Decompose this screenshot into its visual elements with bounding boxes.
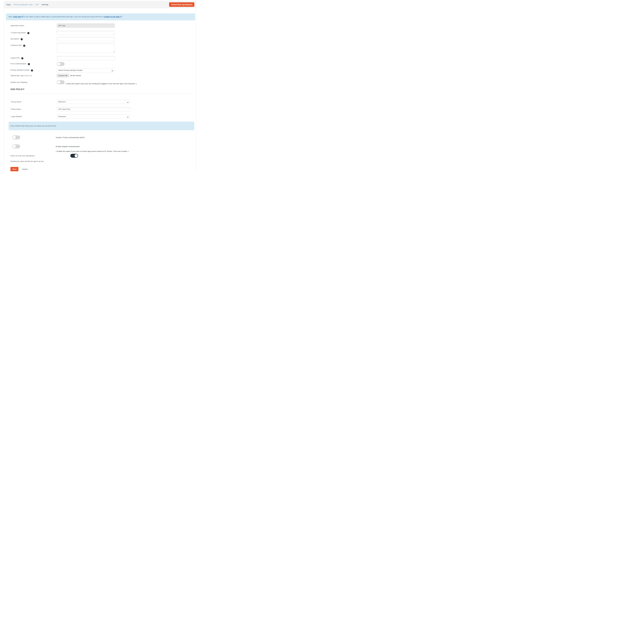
auth-toggles-section: Enable 2-Factor Authentication (MFA) Ena… (4, 135, 196, 152)
breadcrumb: Apps / Choose Application Type / JWT / A… (6, 4, 169, 6)
adaptive-row: Enable Adaptive Authentication (12, 145, 196, 148)
group-name-label: *Group Name : (10, 101, 57, 103)
policy-name-label: *Policy Name : (10, 108, 57, 110)
enable-user-mapping-label: Enable User Mapping : (10, 81, 57, 83)
external-link-icon (22, 16, 23, 18)
custom-app-name-label: *Custom App Name :i (10, 32, 57, 34)
add-app-page: Apps / Choose Application Type / JWT / A… (0, 0, 199, 173)
enable-mfa-label: Enable 2-Factor Authentication (MFA) (56, 137, 85, 138)
breadcrumb-jwt[interactable]: JWT (35, 4, 39, 6)
info-icon[interactable]: i (21, 57, 23, 59)
group-name-select[interactable]: DEFAULT (57, 100, 130, 104)
form-actions: Save Cancel (4, 167, 196, 173)
policy-name-field[interactable] (57, 107, 130, 111)
submit-new-app-request-button[interactable]: Submit New App Request (169, 2, 194, 7)
show-dashboard-label: Show On End User Dashboard: (10, 155, 70, 157)
login-method-select[interactable]: Password (57, 115, 130, 119)
force-authentication-label: Force Authentication :i (10, 63, 57, 65)
toggle-knob (13, 136, 16, 139)
toggle-knob (75, 154, 78, 157)
add-policy-heading: ADD POLICY (10, 88, 192, 91)
breadcrumb-choose-application-type[interactable]: Choose Application Type (14, 4, 33, 6)
breadcrumb-bar: Apps / Choose Application Type / JWT / A… (4, 1, 196, 8)
chevron-down-icon (112, 70, 113, 72)
section-divider (10, 94, 192, 94)
description-label: Description :i (10, 38, 57, 40)
enable-adaptive-auth-toggle[interactable] (12, 145, 20, 148)
breadcrumb-apps[interactable]: Apps (6, 4, 11, 6)
logout-url-field[interactable] (57, 56, 115, 60)
breadcrumb-separator: / (12, 4, 12, 6)
toggle-knob (13, 145, 16, 148)
redirect-url-label: *Redirect-URL :i (10, 43, 57, 47)
upload-app-logo-label: Upload App Logo (Optional): (10, 75, 57, 77)
custom-app-name-field[interactable] (57, 31, 115, 35)
add-app-card: Apps / Choose Application Type / JWT / A… (4, 1, 196, 173)
enable-mfa-toggle[interactable] (12, 135, 20, 139)
description-field[interactable] (57, 37, 115, 41)
login-method-label: *Login Method : (10, 116, 57, 117)
enable-user-mapping-toggle[interactable] (57, 80, 65, 84)
show-dashboard-note: Disabling this option will hide this app… (4, 160, 196, 162)
chevron-down-icon (127, 116, 129, 118)
logout-url-label: Logout-URL :i (10, 57, 57, 60)
primary-identity-provider-label: Primary Identity Provider :i (10, 69, 57, 72)
policy-form: *Group Name : DEFAULT *Policy Name : (10, 100, 192, 119)
show-dashboard-row: Show On End User Dashboard: (4, 154, 196, 158)
external-link-icon (120, 16, 122, 18)
redirect-url-field[interactable] (57, 43, 115, 53)
adaptive-auth-hint: ( Enable this option if you want to rest… (56, 150, 196, 152)
chevron-down-icon (127, 101, 129, 103)
policy-note-text: Note: Mobile Only Policy does not allow … (11, 125, 57, 127)
force-authentication-toggle[interactable] (57, 62, 65, 66)
mfa-row: Enable 2-Factor Authentication (MFA) (12, 135, 196, 139)
show-dashboard-toggle[interactable] (70, 154, 78, 158)
info-icon[interactable]: i (23, 45, 25, 47)
policy-note-banner: Note: Mobile Only Policy does not allow … (9, 122, 194, 130)
file-chosen-status: No file chosen (70, 75, 81, 77)
note-prefix: Note: (9, 16, 13, 18)
note-middle-text: to see steps to add a mobile app or a ja… (23, 16, 104, 18)
cancel-button[interactable]: Cancel (21, 168, 28, 170)
info-icon[interactable]: i (27, 32, 29, 34)
breadcrumb-separator: / (34, 4, 34, 6)
breadcrumb-separator: / (40, 4, 41, 6)
user-mapping-hint: ( Check this option only if you are send… (66, 83, 137, 85)
info-icon[interactable]: i (31, 69, 33, 71)
app-form: Application Name : *Custom App Name :i D… (4, 20, 196, 119)
redirect-url-textarea-wrap (57, 43, 115, 53)
save-button[interactable]: Save (10, 167, 18, 171)
click-here-link[interactable]: Click here (13, 16, 22, 18)
info-icon[interactable]: i (21, 38, 23, 40)
toggle-knob (57, 62, 60, 66)
info-note-banner: Note: Click here to see steps to add a m… (6, 13, 195, 20)
breadcrumb-add-app: Add App (42, 4, 48, 6)
enable-adaptive-auth-label: Enable Adaptive Authentication (56, 146, 80, 147)
application-name-label: Application Name : (10, 25, 57, 27)
application-name-field (57, 24, 115, 28)
primary-identity-provider-select[interactable]: Select Primary Identity Provider (57, 68, 115, 72)
info-icon[interactable]: i (28, 63, 30, 65)
contact-us-link[interactable]: contact us for help. (104, 16, 120, 18)
toggle-knob (57, 81, 60, 84)
choose-file-button[interactable]: Choose File (57, 74, 69, 77)
